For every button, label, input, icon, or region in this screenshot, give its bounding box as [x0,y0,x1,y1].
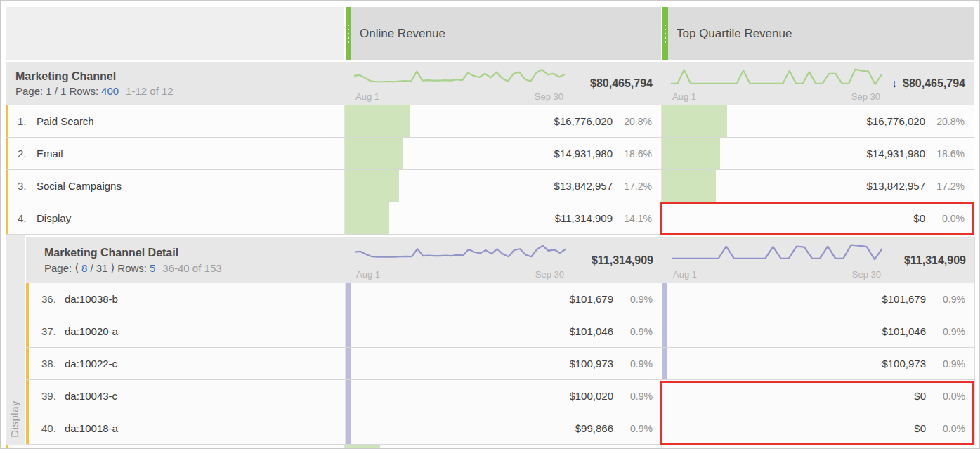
breakdown-gutter: Display [6,235,25,445]
value-bar [662,170,716,202]
table-row-da-10043-c: 39. da:10043-c $100,020 0.9% $0 0.0% [26,380,975,412]
row-label[interactable]: 1. Paid Search [8,105,344,137]
revenue-value: $101,679 [882,293,926,305]
row-label[interactable]: 38. da:10022-c [29,348,345,379]
page-label: Page: [15,85,43,97]
axis-end-label: Sep 30 [535,91,563,102]
row-label[interactable]: 37. da:10020-a [29,315,345,347]
axis-start-label: Aug 1 [673,269,697,280]
column-drag-handle-icon[interactable] [344,7,351,60]
axis-end-label: Sep 30 [535,269,564,280]
row-number: 4. [18,212,32,224]
value-bar [346,283,351,315]
main-table-pagination: Page: 1 / 1 Rows: 400 1-12 of 12 [15,85,344,97]
column-header-label: Online Revenue [351,27,445,41]
online-revenue-cell: $11,314,909 14.1% [344,202,661,234]
sparkline-chart [354,68,565,86]
revenue-percent: 0.9% [613,358,662,370]
table-row-da-10038-b: 36. da:10038-b $101,679 0.9% $101,679 0.… [26,283,975,315]
column-header-online-revenue[interactable]: Online Revenue [344,7,661,60]
column-header-row: Online Revenue Top Quartile Revenue [6,7,974,60]
row-name: Social Campaigns [37,180,122,192]
revenue-percent: 0.9% [613,326,662,337]
rows-per-page-link[interactable]: 400 [101,85,119,97]
main-table-summary-row: Marketing Channel Page: 1 / 1 Rows: 400 … [6,62,974,105]
revenue-percent: 18.6% [925,148,974,160]
value-bar [346,315,351,347]
value-bar [345,445,380,449]
revenue-percent: 18.6% [613,148,661,160]
value-bar [662,315,667,347]
online-revenue-cell [344,445,661,449]
revenue-percent: 0.0% [926,391,974,402]
revenue-value: $13,842,957 [554,180,613,192]
top-quartile-cell: $16,776,020 20.8% [661,105,974,137]
drag-dots-icon [347,23,350,44]
row-label[interactable]: 36. da:10038-b [29,283,345,315]
value-bar [345,105,410,137]
sort-descending-icon[interactable]: ↓ [891,77,897,90]
revenue-value: $99,866 [575,422,613,434]
revenue-percent: 14.1% [613,213,661,224]
page-total: / 31 [90,262,107,274]
revenue-value: $100,020 [569,390,613,402]
value-bar [662,283,667,315]
value-bar [346,412,351,444]
top-quartile-cell-zero: $0 0.0% [662,380,975,412]
table-row-paid-search: 1. Paid Search $16,776,020 20.8% $16,776… [6,105,974,138]
row-label[interactable]: 2. Email [8,138,344,169]
value-bar [662,348,667,379]
row-number: 37. [41,325,60,337]
row-name: da:10018-a [65,422,118,434]
online-revenue-cell: $100,973 0.9% [345,348,662,379]
online-revenue-summary-cell: Aug 1 Sep 30 $80,465,794 [344,62,661,105]
detail-table-pagination: Page: ⟨ 8 / 31 ⟩ Rows: 5 36-40 of 153 [44,261,345,274]
revenue-percent: 17.2% [613,181,661,192]
freeform-breakdown-table: Online Revenue Top Quartile Revenue Mark… [0,0,980,449]
revenue-value: $101,046 [882,325,926,337]
row-number: 36. [41,293,60,305]
top-quartile-cell-zero: $0 0.0% [661,202,974,234]
online-revenue-summary-cell: Aug 1 Sep 30 $11,314,909 [345,237,662,283]
row-name: Paid Search [37,115,94,127]
detail-table-title: Marketing Channel Detail [44,247,345,259]
revenue-value: $101,046 [569,325,613,337]
row-name: Display [37,212,71,224]
top-quartile-total: $80,465,794 [903,77,965,90]
axis-end-label: Sep 30 [852,269,881,280]
revenue-value: $100,973 [882,358,926,370]
revenue-percent: 0.9% [613,423,662,434]
revenue-value: $16,776,020 [554,115,613,127]
online-revenue-cell: $14,931,980 18.6% [344,138,661,169]
axis-end-label: Sep 30 [851,91,880,102]
row-number: 40. [41,422,60,434]
revenue-value: $101,679 [569,293,613,305]
prev-page-icon[interactable]: ⟨ [74,261,79,274]
column-drag-handle-icon[interactable] [661,7,668,60]
next-page-icon[interactable]: ⟩ [110,261,115,274]
revenue-percent: 0.9% [613,391,662,402]
top-quartile-total: $11,314,909 [904,254,966,267]
revenue-percent: 0.9% [613,294,662,305]
rows-label: Rows: [117,262,147,274]
row-range: 1-12 of 12 [126,85,174,97]
current-page-link[interactable]: 8 [81,262,87,274]
row-name: da:10043-c [65,390,117,402]
revenue-value: $16,776,020 [867,115,925,127]
row-label[interactable]: 4. Display [8,202,344,234]
drag-dots-icon [664,23,667,44]
table-row-da-10018-a: 40. da:10018-a $99,866 0.9% $0 0.0% [26,412,975,445]
column-header-label: Top Quartile Revenue [668,27,792,41]
value-bar [345,170,399,202]
row-range: 36-40 of 153 [162,262,221,274]
column-header-top-quartile-revenue[interactable]: Top Quartile Revenue [661,7,974,60]
online-revenue-cell: $100,020 0.9% [345,380,662,412]
header-corner-cell [6,7,344,60]
row-label[interactable]: 39. da:10043-c [29,380,345,412]
row-label[interactable]: 3. Social Campaigns [8,170,344,202]
rows-per-page-link[interactable]: 5 [150,262,155,274]
row-label[interactable]: 40. da:10018-a [29,412,345,444]
table-row-da-10020-a: 37. da:10020-a $101,046 0.9% $101,046 0.… [26,315,975,348]
revenue-percent: 17.2% [925,181,974,192]
main-table-title: Marketing Channel [15,70,344,83]
